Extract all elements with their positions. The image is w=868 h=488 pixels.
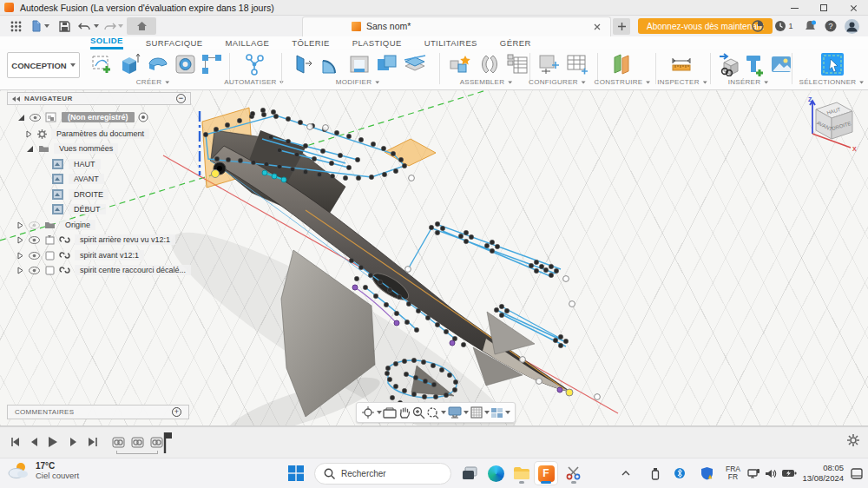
tab-utilitaires[interactable]: UTILITAIRES	[424, 38, 477, 49]
fuselage[interactable]	[210, 146, 570, 392]
construction-plane-small[interactable]	[385, 139, 436, 166]
app-grid-menu-button[interactable]	[5, 17, 26, 35]
tray-language-switcher[interactable]: FRA FR	[726, 465, 740, 481]
extrude-button[interactable]	[118, 52, 142, 76]
split-body-button[interactable]	[403, 52, 427, 76]
bom-button[interactable]	[505, 52, 529, 76]
fusion-app-button[interactable]: F	[535, 462, 557, 485]
nose-endpoint[interactable]	[566, 389, 573, 396]
account-avatar[interactable]	[844, 18, 859, 34]
taskbar-clock[interactable]: 08:05 13/08/2024	[802, 463, 844, 484]
timeline-feature-1[interactable]	[111, 434, 127, 450]
visibility-eye-icon[interactable]	[29, 252, 40, 260]
tree-row-label[interactable]: DÉBUT	[69, 204, 106, 214]
save-button[interactable]	[54, 17, 75, 35]
visibility-eye-icon[interactable]	[30, 114, 41, 122]
document-tab[interactable]: Sans nom*	[302, 16, 611, 36]
tree-row-label[interactable]: Paramètres du document	[51, 129, 149, 139]
look-at-tool[interactable]	[383, 407, 397, 419]
timeline-step-back-button[interactable]	[26, 434, 42, 450]
group-assembler[interactable]: ASSEMBLER	[460, 78, 513, 86]
tree-row-label[interactable]: HAUT	[69, 159, 101, 169]
hole-button[interactable]	[174, 52, 198, 76]
shell-button[interactable]	[347, 52, 372, 76]
group-configurer[interactable]: CONFIGURER	[529, 78, 586, 86]
sketch-curves[interactable]	[206, 115, 566, 409]
tree-root-row[interactable]: (Non enregistré)	[17, 110, 148, 124]
collapsed-arrow-icon[interactable]	[17, 267, 23, 274]
comments-bar[interactable]: COMMENTAIRES +	[7, 405, 189, 419]
add-comment-icon[interactable]: +	[172, 407, 181, 417]
tree-row-label[interactable]: Origine	[60, 220, 95, 230]
tray-security-icon[interactable]	[698, 462, 715, 485]
maximize-button[interactable]	[809, 0, 838, 16]
extension-manager-button[interactable]	[750, 18, 766, 34]
tree-row-label[interactable]: spirit avant v12:1	[75, 250, 144, 260]
collapsed-arrow-icon[interactable]	[26, 130, 32, 138]
visibility-eye-icon[interactable]	[29, 267, 40, 274]
new-component-button[interactable]	[448, 52, 472, 76]
display-settings-tool[interactable]	[448, 406, 469, 419]
activate-radio-icon[interactable]	[138, 112, 148, 122]
timeline-marker[interactable]	[161, 432, 174, 454]
undo-button[interactable]	[78, 17, 99, 35]
3d-viewport[interactable]: Z X HAUT AVANT DROITE NAVIGATEUR − (Non …	[0, 90, 868, 426]
combine-button[interactable]	[375, 52, 399, 76]
minimize-button[interactable]	[779, 0, 809, 16]
tab-tolerie[interactable]: TÔLERIE	[292, 38, 329, 49]
collapsed-arrow-icon[interactable]	[17, 252, 23, 260]
tree-row-named-views[interactable]: Vues nommées	[26, 142, 118, 155]
construct-plane-button[interactable]	[609, 52, 634, 76]
insert-derive-button[interactable]	[717, 52, 741, 76]
tree-row-origin[interactable]: Origine	[17, 218, 95, 232]
tab-gerer[interactable]: GÉRER	[500, 38, 531, 49]
panel-options-icon[interactable]: −	[176, 94, 186, 103]
timeline-settings-button[interactable]	[847, 434, 859, 449]
navigator-header[interactable]: NAVIGATEUR −	[7, 92, 191, 105]
press-pull-button[interactable]	[292, 52, 316, 76]
insert-canvas-button[interactable]	[769, 52, 793, 76]
tab-maillage[interactable]: MAILLAGE	[226, 38, 270, 49]
snipping-tool-button[interactable]	[562, 462, 585, 485]
document-close-button[interactable]	[591, 21, 603, 33]
tray-volume-icon[interactable]	[762, 462, 779, 485]
tree-row-label[interactable]: AVANT	[69, 174, 104, 184]
group-modifier[interactable]: MODIFIER	[336, 78, 380, 86]
tree-row-label[interactable]: Vues nommées	[54, 143, 118, 154]
view-cube[interactable]: Z X HAUT AVANT DROITE	[799, 94, 861, 156]
tree-row-label[interactable]: spirit arrière revu vu v12:1	[75, 234, 175, 245]
close-button[interactable]	[838, 0, 868, 16]
tree-row-view-debut[interactable]: DÉBUT	[52, 202, 106, 216]
timeline-feature-2[interactable]	[130, 434, 146, 450]
tray-usb-icon[interactable]	[648, 462, 663, 485]
pattern-button[interactable]	[200, 52, 224, 76]
home-tab-button[interactable]	[127, 17, 156, 35]
file-menu-button[interactable]	[30, 17, 50, 35]
group-creer[interactable]: CRÉER	[136, 78, 170, 86]
workspace-selector[interactable]: CONCEPTION	[7, 52, 80, 78]
tree-row-label[interactable]: DROITE	[69, 189, 108, 200]
collapse-panel-icon[interactable]	[12, 96, 20, 102]
insert-fastener-button[interactable]	[743, 52, 767, 76]
tray-bluetooth-icon[interactable]	[672, 462, 687, 485]
redo-button[interactable]	[102, 17, 123, 35]
tree-row-view-haut[interactable]: HAUT	[52, 157, 101, 171]
tab-plastique[interactable]: PLASTIQUE	[352, 38, 402, 49]
select-button[interactable]	[819, 51, 844, 76]
wing[interactable]	[281, 250, 375, 417]
joint-button[interactable]	[477, 52, 502, 76]
tray-network-icon[interactable]	[745, 462, 762, 485]
group-construire[interactable]: CONSTRUIRE	[595, 78, 651, 86]
group-inspecter[interactable]: INSPECTER	[657, 78, 707, 86]
measure-button[interactable]	[669, 52, 694, 76]
tab-surfacique[interactable]: SURFACIQUE	[146, 38, 203, 49]
start-button[interactable]	[285, 462, 307, 485]
file-explorer-button[interactable]	[510, 462, 533, 485]
config-table-button[interactable]	[565, 52, 589, 76]
help-button[interactable]: ?	[823, 18, 838, 34]
grid-settings-tool[interactable]	[470, 406, 490, 419]
group-inserer[interactable]: INSÉRER	[728, 78, 769, 86]
edge-browser-button[interactable]	[484, 462, 507, 485]
zoom-tool[interactable]	[412, 406, 425, 419]
tree-row-spirit-arriere[interactable]: spirit arrière revu vu v12:1	[17, 233, 175, 247]
